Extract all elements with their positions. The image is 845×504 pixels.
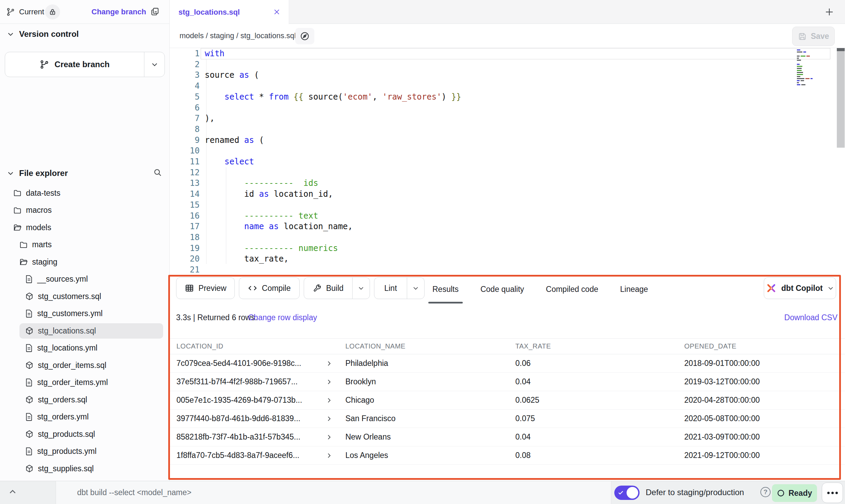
expand-row-icon[interactable] (326, 397, 332, 404)
file-label: stg_order_items.sql (38, 361, 106, 370)
create-branch-main[interactable]: Create branch (5, 52, 144, 77)
help-icon[interactable]: ? (760, 487, 771, 497)
file-tree-item-data-tests[interactable]: data-tests (0, 184, 169, 202)
copy-branch-icon[interactable] (150, 7, 160, 16)
expand-row-icon[interactable] (326, 360, 332, 367)
ide-status-badge[interactable]: Ready (772, 484, 817, 502)
editor-scrollbar[interactable] (837, 48, 845, 148)
file-tree-item-models[interactable]: models (0, 219, 169, 236)
create-branch-button[interactable]: Create branch (5, 52, 165, 77)
expand-row-icon[interactable] (326, 379, 332, 385)
expand-row-icon[interactable] (326, 415, 332, 422)
close-tab-icon[interactable] (273, 8, 281, 16)
file-tree-item-stg_locations.sql[interactable]: stg_locations.sql (0, 322, 169, 340)
branch-bar: Current Change branch (0, 0, 170, 24)
code-line-14: id as location_id, (205, 189, 461, 200)
folder-open-icon (13, 223, 22, 232)
table-row-philadelphia[interactable]: 7c079cea-5ed4-4101-906e-9198c...Philadel… (170, 354, 845, 373)
save-button[interactable]: Save (792, 27, 835, 46)
file-tree-item-stg_products.yml[interactable]: stg_products.yml (0, 443, 169, 460)
file-tree-item-macros[interactable]: macros (0, 202, 169, 219)
expand-row-icon[interactable] (326, 434, 332, 441)
chevron-up-icon[interactable] (8, 487, 18, 497)
code-editor[interactable]: 123456789101112131415161718192021 with s… (170, 48, 845, 275)
table-row-los-angeles[interactable]: 1f8ffa70-7cb5-4d83-8a7f-9aceef6...Los An… (170, 446, 845, 465)
breadcrumb[interactable]: models / staging / stg_locations.sql (180, 31, 296, 40)
save-label: Save (811, 32, 829, 41)
cell-tax-rate: 0.0625 (515, 396, 684, 405)
wrench-icon (313, 284, 321, 293)
lint-dropdown[interactable] (407, 278, 424, 299)
file-label: macros (26, 206, 52, 215)
change-branch-link[interactable]: Change branch (91, 8, 146, 16)
compile-button[interactable]: Compile (239, 277, 300, 299)
scrollbar-thumb[interactable] (837, 48, 845, 51)
file-tree-item-stg_customers.yml[interactable]: stg_customers.yml (0, 305, 169, 323)
file-tree-item-stg_orders.yml[interactable]: stg_orders.yml (0, 409, 169, 426)
status-circle-icon (777, 489, 785, 497)
git-branch-icon (40, 60, 49, 69)
results-tab-lineage[interactable]: Lineage (619, 275, 649, 303)
results-tab-compiled-code[interactable]: Compiled code (545, 275, 600, 303)
file-tree-item-stg_supplies.sql[interactable]: stg_supplies.sql (0, 460, 169, 477)
file-tree-item-stg_orders.sql[interactable]: stg_orders.sql (0, 391, 169, 409)
preview-label: Preview (199, 284, 227, 293)
cell-location-id: 1f8ffa70-7cb5-4d83-8a7f-9aceef6... (176, 451, 345, 460)
code-line-17: name as location_name, (205, 221, 461, 232)
table-row-new-orleans[interactable]: 858218fb-73f7-4b1b-a31f-57b345...New Orl… (170, 428, 845, 446)
file-yml-icon (25, 413, 33, 421)
minimap[interactable] (797, 49, 834, 86)
file-tree-item-stg_order_items.sql[interactable]: stg_order_items.sql (0, 357, 169, 374)
code-line-7: ), (205, 113, 461, 124)
file-label: stg_customers.yml (37, 309, 103, 318)
file-label: data-tests (26, 189, 60, 198)
change-row-display-link[interactable]: Change row display (248, 313, 317, 322)
create-branch-label: Create branch (55, 60, 110, 69)
build-dropdown[interactable] (352, 278, 370, 299)
lineage-compass-button[interactable] (295, 28, 314, 44)
lint-button[interactable]: Lint (374, 277, 425, 299)
file-tree-item-stg_products.sql[interactable]: stg_products.sql (0, 426, 169, 443)
expand-row-icon[interactable] (326, 452, 332, 459)
dbt-copilot-icon (766, 283, 777, 294)
file-tree-item-staging[interactable]: staging (0, 253, 169, 271)
create-branch-dropdown[interactable] (144, 52, 164, 77)
file-explorer-section-header[interactable]: File explorer (7, 168, 68, 178)
search-icon[interactable] (153, 168, 162, 177)
preview-button[interactable]: Preview (176, 277, 235, 299)
cell-location-name: Chicago (345, 396, 515, 405)
code-line-15 (205, 200, 461, 211)
version-control-section-header[interactable]: Version control (7, 29, 79, 39)
download-csv-link[interactable]: Download CSV (784, 313, 837, 322)
results-tab-code-quality[interactable]: Code quality (479, 275, 526, 303)
file-tree-item-stg_locations.yml[interactable]: stg_locations.yml (0, 340, 169, 357)
results-tab-results[interactable]: Results (431, 275, 460, 303)
file-model-icon (25, 430, 34, 439)
file-yml-icon (25, 275, 33, 284)
file-tree-item-__sources.yml[interactable]: __sources.yml (0, 271, 169, 288)
table-row-chicago[interactable]: 005e7e1c-1935-4269-b479-0713b...Chicago0… (170, 391, 845, 410)
file-tree-item-stg_order_items.yml[interactable]: stg_order_items.yml (0, 374, 169, 391)
dbt-copilot-button[interactable]: dbt Copilot (764, 277, 836, 299)
file-label: stg_products.sql (38, 430, 95, 439)
code-line-5: select * from {{ source('ecom', 'raw_sto… (205, 92, 461, 103)
file-model-icon (25, 326, 34, 335)
cell-location-name: San Francisco (345, 414, 515, 423)
file-explorer-title: File explorer (19, 168, 68, 178)
table-row-san-francisco[interactable]: 3977f440-b87d-461b-9dd6-81839...San Fran… (170, 410, 845, 428)
tab-stg-locations-sql[interactable]: stg_locations.sql (170, 0, 289, 24)
more-options-button[interactable] (822, 483, 843, 503)
code-line-11: select (205, 157, 461, 167)
command-placeholder: dbt build --select <model_name> (77, 488, 191, 497)
table-row-brooklyn[interactable]: 37e5f311-b7f4-4f2f-988b-719657...Brookly… (170, 373, 845, 391)
file-tree-item-stg_customers.sql[interactable]: stg_customers.sql (0, 288, 169, 305)
new-tab-icon[interactable] (824, 7, 834, 17)
code-line-13: ---------- ids (205, 178, 461, 189)
file-tree-item-marts[interactable]: marts (0, 236, 169, 254)
build-button[interactable]: Build (304, 277, 370, 299)
cell-location-id: 37e5f311-b7f4-4f2f-988b-719657... (176, 377, 345, 386)
table-icon (185, 283, 194, 293)
code-line-21 (205, 265, 461, 275)
command-input[interactable]: dbt build --select <model_name> (56, 481, 611, 504)
defer-toggle[interactable] (614, 486, 640, 500)
